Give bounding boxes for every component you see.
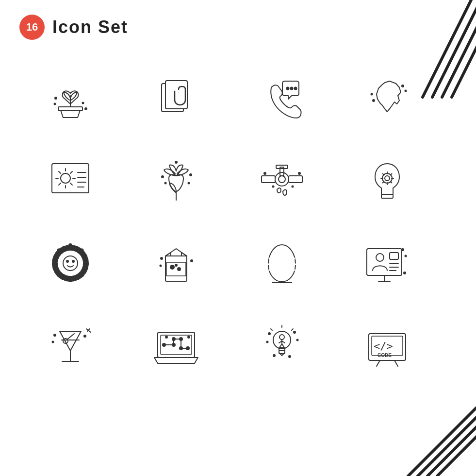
svg-point-86 <box>160 265 161 267</box>
svg-point-83 <box>175 264 178 267</box>
svg-point-75 <box>72 260 74 262</box>
svg-line-4 <box>408 408 476 476</box>
svg-point-82 <box>177 267 181 271</box>
icon-brightness <box>29 142 112 220</box>
svg-point-133 <box>294 331 295 333</box>
svg-point-46 <box>279 176 285 183</box>
svg-marker-77 <box>165 249 187 256</box>
svg-point-139 <box>273 355 275 357</box>
icons-grid: </> CODE <box>0 50 476 394</box>
svg-point-55 <box>385 176 390 181</box>
svg-point-42 <box>175 161 177 163</box>
badge-number: 16 <box>19 15 45 40</box>
svg-point-11 <box>54 103 56 105</box>
svg-line-32 <box>59 183 61 185</box>
svg-point-122 <box>188 336 190 338</box>
icon-wreath <box>29 224 112 302</box>
svg-point-49 <box>264 172 266 174</box>
icon-cocktail <box>29 307 112 385</box>
svg-point-126 <box>279 335 284 340</box>
svg-marker-78 <box>165 253 171 256</box>
svg-line-144 <box>394 360 398 366</box>
svg-line-137 <box>271 329 272 330</box>
svg-line-0 <box>423 0 471 97</box>
svg-point-70 <box>57 274 60 276</box>
svg-point-96 <box>402 249 404 251</box>
icon-mind-gear <box>346 142 428 220</box>
svg-point-121 <box>165 336 167 338</box>
header-title: Icon Set <box>52 17 128 37</box>
svg-point-91 <box>376 254 384 261</box>
svg-point-22 <box>371 94 373 95</box>
icon-idea-person <box>241 307 323 385</box>
svg-point-81 <box>170 265 175 270</box>
icon-code-board: </> CODE <box>346 307 428 385</box>
svg-line-143 <box>377 360 380 366</box>
svg-rect-44 <box>289 176 302 183</box>
svg-point-18 <box>294 87 296 90</box>
icon-plant-heart <box>29 59 112 137</box>
svg-line-62 <box>391 174 392 175</box>
svg-point-85 <box>191 260 193 262</box>
svg-point-10 <box>55 97 57 99</box>
svg-point-21 <box>373 100 375 102</box>
top-right-decoration <box>413 0 476 136</box>
svg-line-131 <box>282 344 284 347</box>
icon-file-attachment <box>135 59 217 137</box>
svg-point-68 <box>82 274 84 276</box>
svg-point-41 <box>188 183 189 184</box>
svg-point-24 <box>61 173 70 183</box>
svg-line-63 <box>383 182 384 183</box>
svg-point-84 <box>161 257 163 259</box>
icon-milk-carton <box>135 224 217 302</box>
svg-point-20 <box>405 90 407 92</box>
svg-point-72 <box>58 249 60 252</box>
svg-line-61 <box>391 182 392 183</box>
icon-easter-egg <box>241 224 323 302</box>
svg-point-119 <box>180 347 182 350</box>
svg-rect-15 <box>165 81 187 109</box>
svg-point-116 <box>172 343 175 346</box>
svg-point-134 <box>296 340 298 341</box>
svg-marker-79 <box>181 253 187 256</box>
svg-point-140 <box>289 356 291 357</box>
svg-point-117 <box>172 338 175 340</box>
svg-point-38 <box>162 176 164 178</box>
icon-phone-chat <box>241 59 323 137</box>
svg-point-66 <box>81 249 83 252</box>
svg-point-39 <box>190 174 192 176</box>
svg-line-60 <box>383 174 384 175</box>
svg-text:</>: </> <box>374 340 393 352</box>
svg-point-71 <box>53 261 55 264</box>
svg-point-12 <box>85 108 87 110</box>
svg-rect-43 <box>262 176 275 183</box>
svg-point-132 <box>268 333 270 335</box>
icon-video-profile <box>346 224 428 302</box>
svg-line-107 <box>86 329 91 332</box>
svg-point-45 <box>275 172 289 186</box>
svg-rect-92 <box>390 253 398 259</box>
svg-rect-53 <box>381 194 393 198</box>
icon-tulip <box>135 142 217 220</box>
svg-point-74 <box>66 260 68 262</box>
svg-point-120 <box>186 347 189 350</box>
svg-text:CODE: CODE <box>378 353 392 358</box>
svg-point-50 <box>298 172 300 174</box>
header: 16 Icon Set <box>0 0 476 45</box>
svg-point-69 <box>69 279 72 282</box>
svg-point-115 <box>163 343 165 346</box>
svg-point-17 <box>290 87 293 90</box>
icon-laptop-circuit <box>135 307 217 385</box>
svg-point-52 <box>292 186 293 187</box>
svg-point-51 <box>272 186 274 187</box>
svg-point-104 <box>52 341 54 343</box>
svg-line-1 <box>432 0 476 97</box>
bottom-right-decoration <box>379 389 476 476</box>
svg-point-105 <box>84 335 86 337</box>
svg-line-30 <box>70 183 72 185</box>
svg-line-31 <box>70 171 72 173</box>
svg-point-118 <box>180 338 182 340</box>
svg-point-103 <box>54 334 56 336</box>
svg-point-73 <box>63 256 78 271</box>
svg-point-97 <box>405 255 407 257</box>
